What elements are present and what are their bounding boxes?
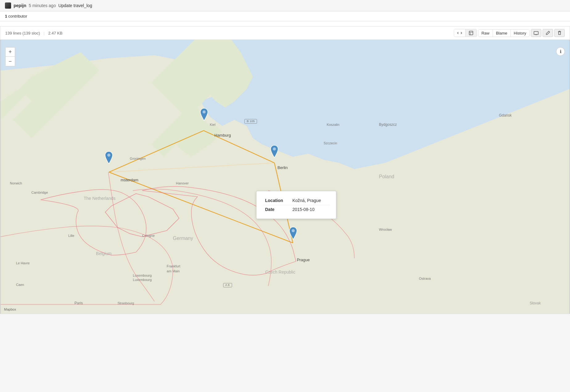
- svg-text:Germany: Germany: [173, 236, 193, 241]
- amsterdam-pin: [104, 151, 114, 164]
- hamburg-pin: [199, 108, 209, 121]
- svg-point-51: [107, 154, 110, 157]
- svg-text:Kiel: Kiel: [210, 123, 215, 126]
- delete-button[interactable]: [554, 29, 565, 37]
- map-container[interactable]: Hamburg msterdam Berlin Prague The Nethe…: [0, 39, 570, 314]
- popup-table: Location Kožná, Prague Date 2015-08-10: [263, 196, 330, 214]
- svg-text:am Main: am Main: [167, 269, 180, 273]
- file-meta: 139 lines (139 sloc) | 2.47 KB: [5, 31, 63, 35]
- svg-text:Slovak: Slovak: [530, 301, 541, 305]
- svg-text:Berlin: Berlin: [277, 165, 288, 170]
- history-button[interactable]: History: [511, 30, 529, 37]
- svg-text:Paris: Paris: [75, 301, 83, 305]
- action-buttons: Raw Blame History: [478, 29, 530, 37]
- svg-text:Wrocław: Wrocław: [379, 228, 392, 231]
- svg-text:Luxembourg: Luxembourg: [133, 274, 152, 277]
- svg-text:A 6: A 6: [225, 283, 230, 287]
- file-size: 2.47 KB: [48, 31, 62, 35]
- commit-time: 5 minutes ago: [29, 3, 56, 8]
- svg-text:Ostrava: Ostrava: [419, 277, 431, 280]
- popup-location-row: Location Kožná, Prague: [263, 196, 330, 205]
- avatar: [5, 2, 11, 9]
- popup-date-label: Date: [263, 205, 290, 214]
- svg-text:Groningen: Groningen: [130, 157, 146, 160]
- info-icon: ℹ: [560, 49, 561, 54]
- display-icon: [534, 31, 539, 35]
- map-popup: Location Kožná, Prague Date 2015-08-10: [256, 191, 336, 219]
- preview-view-button[interactable]: [465, 29, 477, 37]
- svg-text:Szczecin: Szczecin: [324, 141, 337, 145]
- svg-text:Lille: Lille: [68, 234, 75, 237]
- svg-text:Belgium: Belgium: [96, 251, 111, 256]
- display-button[interactable]: [531, 29, 541, 37]
- map-svg: Hamburg msterdam Berlin Prague The Nethe…: [0, 40, 570, 314]
- svg-text:Le Havre: Le Havre: [16, 261, 30, 265]
- svg-text:Hamburg: Hamburg: [215, 133, 231, 138]
- svg-text:Bydgoszcz: Bydgoszcz: [379, 122, 397, 127]
- mapbox-label: Mapbox: [4, 307, 16, 311]
- svg-text:Poland: Poland: [379, 174, 394, 179]
- file-lines: 139 lines (139 sloc): [5, 31, 40, 35]
- popup-location-value: Kožná, Prague: [290, 196, 330, 205]
- code-icon: [457, 31, 462, 35]
- raw-button[interactable]: Raw: [478, 30, 493, 37]
- svg-point-50: [203, 110, 206, 113]
- svg-point-53: [292, 229, 295, 232]
- svg-text:Czech Republic: Czech Republic: [265, 270, 295, 274]
- svg-text:msterdam: msterdam: [121, 178, 138, 182]
- svg-text:Luxembourg: Luxembourg: [133, 278, 152, 282]
- svg-text:Koszalin: Koszalin: [327, 123, 339, 126]
- page-wrapper: pepijn 5 minutes ago Update travel_log 1…: [0, 0, 570, 314]
- svg-rect-0: [469, 31, 473, 35]
- svg-text:The Netherlands: The Netherlands: [84, 196, 115, 201]
- svg-text:B 105: B 105: [247, 119, 255, 123]
- contributor-count: 1: [5, 14, 7, 19]
- edit-icon: [545, 31, 550, 35]
- popup-location-label: Location: [263, 196, 290, 205]
- preview-icon: [469, 31, 474, 35]
- svg-text:Hanover: Hanover: [176, 181, 189, 185]
- svg-text:Norwich: Norwich: [10, 181, 22, 185]
- separator: |: [43, 31, 44, 35]
- svg-text:Prague: Prague: [297, 258, 310, 262]
- commit-bar: pepijn 5 minutes ago Update travel_log: [0, 0, 570, 11]
- popup-date-value: 2015-08-10: [290, 205, 330, 214]
- zoom-controls: + −: [5, 47, 15, 66]
- prague-pin: [288, 226, 298, 240]
- file-actions: Raw Blame History: [454, 29, 565, 37]
- svg-text:Gdańsk: Gdańsk: [499, 113, 511, 118]
- zoom-out-button[interactable]: −: [6, 57, 15, 66]
- svg-point-52: [273, 147, 276, 151]
- delete-icon: [557, 31, 562, 35]
- code-view-button[interactable]: [454, 29, 465, 37]
- svg-rect-3: [534, 31, 538, 35]
- commit-author: pepijn: [14, 3, 26, 8]
- berlin-pin: [269, 145, 279, 158]
- contributor-label: contributor: [8, 14, 27, 19]
- svg-text:Cambridge: Cambridge: [31, 191, 48, 194]
- blame-button[interactable]: Blame: [493, 30, 511, 37]
- popup-date-row: Date 2015-08-10: [263, 205, 330, 214]
- file-header: 139 lines (139 sloc) | 2.47 KB: [0, 26, 570, 39]
- svg-text:Caen: Caen: [16, 283, 24, 287]
- zoom-in-button[interactable]: +: [6, 47, 15, 57]
- info-button[interactable]: ℹ: [556, 47, 565, 56]
- contributors-bar: 1 contributor: [0, 11, 570, 21]
- edit-button[interactable]: [543, 29, 553, 37]
- svg-text:Frankfurt: Frankfurt: [167, 264, 180, 268]
- view-toggle: [454, 29, 477, 37]
- commit-message: Update travel_log: [58, 3, 92, 8]
